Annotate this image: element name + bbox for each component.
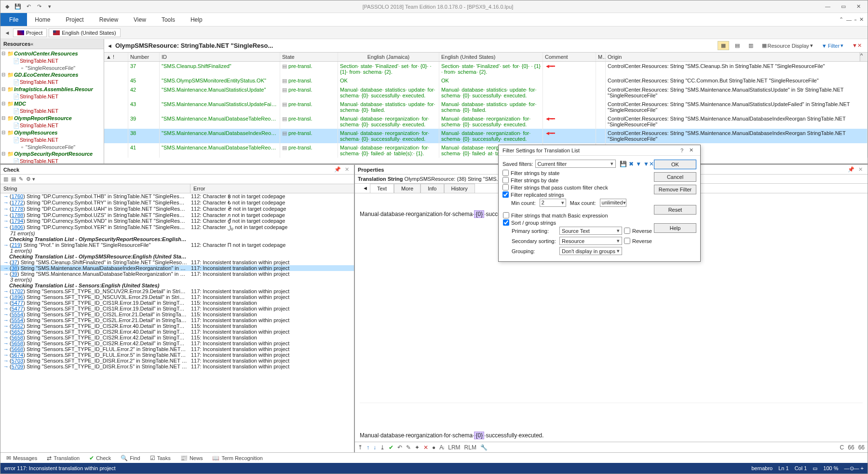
tree-node[interactable]: 📁OlympReportResource — [1, 115, 103, 122]
btab-news[interactable]: 📰News — [177, 454, 206, 462]
mdi-max-icon[interactable]: ▫ — [854, 17, 856, 23]
help-button[interactable]: Help — [654, 223, 696, 233]
btab-translation[interactable]: ⇄Translation — [44, 454, 82, 462]
btab-find[interactable]: 🔍Find — [118, 454, 143, 462]
menu-project[interactable]: Project — [58, 13, 91, 26]
tree-leaf[interactable]: 📄StringTable.NET — [1, 79, 103, 86]
check-row[interactable]: 3 error(s) — [0, 277, 354, 283]
reverse-primary[interactable]: Reverse — [624, 228, 652, 234]
resource-tree[interactable]: 📁ControlCenter.Resources📄StringTable.NET… — [0, 49, 104, 163]
zoom-out-icon[interactable]: ▭ — [813, 465, 817, 472]
remove-filter-button[interactable]: Remove Filter — [654, 185, 696, 194]
tree-node[interactable]: 📁OlympResources — [1, 129, 103, 136]
cancel-button[interactable]: Cancel — [654, 172, 696, 182]
grid-body[interactable]: 37"SMS.Cleanup.ShiftFinalized"▤ pre-tran… — [104, 62, 868, 163]
tree-leaf[interactable]: 📄StringTable.NET — [1, 93, 103, 100]
primary-sort-select[interactable]: Source Text — [559, 227, 622, 235]
menu-view[interactable]: View — [126, 13, 154, 26]
ok-button[interactable]: OK — [654, 160, 696, 169]
check-row[interactable]: →(1772) String "DP.Currency.Symbol.TRY" … — [0, 200, 354, 206]
dialog-close-icon[interactable]: ✕ — [686, 147, 696, 153]
mdi-min-icon[interactable]: — — [846, 17, 852, 23]
maxcount-input[interactable]: unlimited — [600, 199, 626, 207]
check-tool-1[interactable]: ▥ — [3, 176, 8, 182]
filter-down-icon[interactable]: ▼ — [636, 161, 641, 167]
close-button[interactable]: ✕ — [854, 3, 864, 10]
dialog-help-icon[interactable]: ? — [678, 148, 686, 153]
btab-check[interactable]: ✔Check — [86, 454, 114, 462]
tree-node[interactable]: 📁GD.EcoCenter.Resources — [1, 71, 103, 79]
grid-row[interactable]: 38"SMS.Maintenance.ManualDatabaseIndexRe… — [104, 129, 868, 143]
tree-leaf[interactable]: 📄StringTable.NET — [1, 122, 103, 129]
format-icon[interactable]: Aᵢ — [439, 444, 444, 451]
tree-leaf[interactable]: 📄StringTable.NET — [1, 158, 103, 163]
star-icon[interactable]: ✦ — [415, 444, 420, 451]
grid-tool-3[interactable]: ▥ — [746, 41, 756, 50]
delete-icon[interactable]: ✕ — [423, 444, 428, 451]
nav-last-icon[interactable]: ⤓ — [380, 444, 385, 451]
check-row[interactable]: →(1788) String "DP.Currency.Symbol.UZS" … — [0, 212, 354, 218]
check-col-error[interactable]: Error — [190, 184, 354, 193]
chk-filter-date[interactable]: Filter strings by date — [502, 177, 654, 183]
check-close-icon[interactable]: ✕ — [343, 166, 351, 173]
nav-back-icon[interactable]: ◄ — [3, 29, 11, 37]
btab-term[interactable]: 📖Term Recognition — [209, 454, 266, 462]
nav-down-icon[interactable]: ↓ — [373, 444, 376, 451]
grid-row[interactable]: 45"SMS.OlympSMSMonitoredEntityStatus.OK"… — [104, 76, 868, 85]
grouping-select[interactable]: Don't display in groups — [559, 247, 622, 255]
grid-tool-2[interactable]: ▤ — [732, 41, 743, 50]
props-tab-more[interactable]: More — [394, 184, 420, 193]
mincount-input[interactable]: 2 — [540, 199, 566, 207]
grid-nav-back-icon[interactable]: ◄ — [107, 43, 112, 49]
tab-language[interactable]: English (United States) — [49, 28, 121, 37]
lock-icon[interactable]: ● — [432, 444, 435, 451]
tree-leaf-child[interactable]: ▫"SingleResourceFile" — [1, 144, 103, 150]
tree-node[interactable]: 📁ControlCenter.Resources — [1, 50, 103, 57]
save-icon[interactable]: 💾 — [14, 3, 22, 11]
check-row[interactable]: →(5668) String "Sensors.SFT_TYPE_ID_FLUL… — [0, 346, 354, 352]
qat-dropdown-icon[interactable]: ▾ — [46, 3, 54, 11]
filter-clear-icon[interactable]: ▼✕ — [643, 161, 654, 167]
tree-leaf[interactable]: 📄StringTable.NET — [1, 108, 103, 115]
clear-filter-icon[interactable]: ▼✕ — [849, 41, 865, 50]
panel-minimize-icon[interactable]: « — [30, 41, 35, 47]
tree-node[interactable]: 📁Infragistics.Assemblies.Resour — [1, 86, 103, 93]
grid-row[interactable]: 37"SMS.Cleanup.ShiftFinalized"▤ pre-tran… — [104, 62, 868, 76]
resource-display-dropdown[interactable]: ▦ Resource Display ▾ — [759, 41, 816, 50]
check-row[interactable]: →(5652) String "Sensors.SFT_TYPE_ID_CIS2… — [0, 323, 354, 329]
secondary-sort-select[interactable]: Resource — [559, 237, 622, 245]
check-row[interactable]: 71 error(s) — [0, 230, 354, 236]
check-col-string[interactable]: String — [0, 184, 190, 193]
tree-node[interactable]: 📁OlympSecurityReportResource — [1, 150, 103, 158]
saved-filters-select[interactable]: Current filter — [535, 160, 616, 168]
check-pin-icon[interactable]: 📌 — [332, 166, 343, 173]
tree-leaf-child[interactable]: ▫"SingleResourceFile" — [1, 65, 103, 71]
check-row[interactable]: 1 error(s) — [0, 248, 354, 254]
nav-up-icon[interactable]: ↑ — [366, 444, 369, 451]
check-row[interactable]: Checking Translation List - OlympSecurit… — [0, 236, 354, 242]
btab-tasks[interactable]: ☑Tasks — [147, 454, 174, 462]
wrench-icon[interactable]: 🔧 — [480, 444, 488, 451]
check-row[interactable]: →(1794) String "DP.Currency.Symbol.VND" … — [0, 218, 354, 224]
ribbon-collapse-icon[interactable]: ⌃ — [839, 16, 843, 23]
check-row[interactable]: →(5703) String "Sensors.SFT_TYPE_ID_DISR… — [0, 358, 354, 364]
check-row[interactable]: →(38) String "SMS.Maintenance.ManualData… — [0, 265, 354, 271]
undo-edit-icon[interactable]: ↶ — [397, 444, 402, 451]
ltr-icon[interactable]: LRM — [448, 444, 460, 451]
check-row[interactable]: →(5709) String "Sensors.SFT_TYPE_ID_DISR… — [0, 364, 354, 369]
check-row[interactable]: Checking Translation List - Sensors:Engl… — [0, 283, 354, 288]
tree-node[interactable]: 📁MDC — [1, 100, 103, 108]
tree-leaf[interactable]: 📄StringTable.NET — [1, 136, 103, 144]
check-row[interactable]: →(5477) String "Sensors.SFT_TYPE_ID_CIS1… — [0, 306, 354, 311]
save-filter-icon[interactable]: 💾 — [620, 161, 627, 167]
delete-filter-icon[interactable]: ✖ — [629, 161, 634, 167]
check-tool-2[interactable]: ▤ — [11, 176, 16, 182]
menu-home[interactable]: Home — [27, 13, 58, 26]
menu-file[interactable]: File — [0, 13, 27, 26]
check-row[interactable]: →(5477) String "Sensors.SFT_TYPE_ID_CIS1… — [0, 300, 354, 306]
btab-messages[interactable]: ✉Messages — [3, 454, 40, 462]
check-row[interactable]: →(1778) String "DP.Currency.Symbol.UAH" … — [0, 206, 354, 212]
chk-filter-replicated[interactable]: Filter replicated strings — [502, 191, 654, 198]
props-tab-text[interactable]: Text — [370, 184, 394, 193]
minimize-button[interactable]: — — [822, 3, 833, 10]
